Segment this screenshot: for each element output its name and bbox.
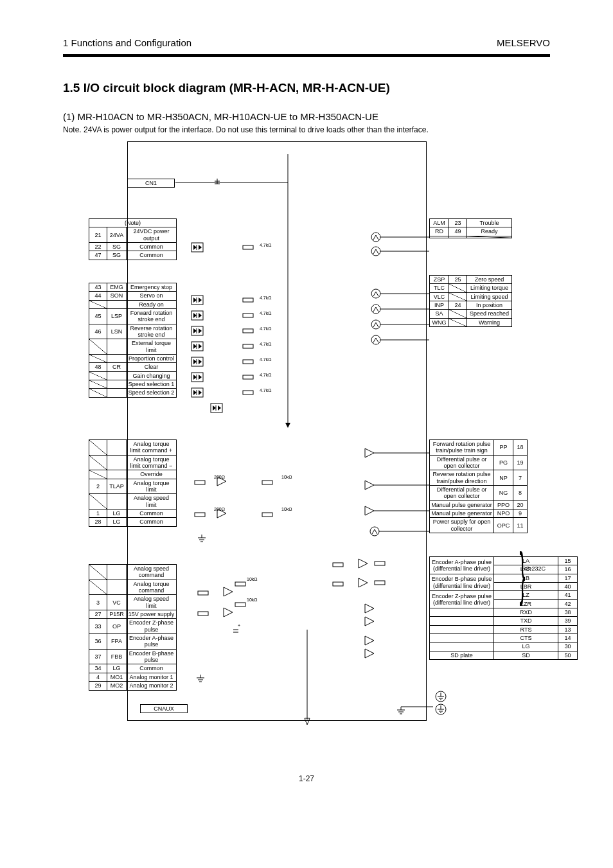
left-table-4: Analog speed command Analog torque comma…	[89, 564, 177, 691]
right-table-4: Encoder A-phase pulse (differential line…	[429, 556, 578, 660]
page-header: 1 Functions and Configuration MELSERVO	[63, 37, 550, 48]
brace-icon: }	[520, 545, 526, 603]
left-table-2: 43EMGEmergency stop 44SONServo on Ready …	[89, 283, 177, 398]
right-table-2: ZSP25Zero speed TLCLimiting torque VLCLi…	[429, 275, 512, 327]
left-table-3: Analog torque limit command + Analog tor…	[89, 439, 177, 527]
rs232-label: RS-232C	[522, 565, 560, 572]
left-table-1: (Note) 2124VA24VDC power output 22SGComm…	[89, 218, 177, 260]
section-title: 1.5 I/O circuit block diagram (MR-H-ACN,…	[63, 81, 390, 95]
right-table-1: ALM23Trouble RD49Ready	[429, 218, 512, 238]
page-number: 1-27	[0, 774, 613, 783]
right-table-3: Forward rotation pulse train/pulse train…	[429, 439, 528, 533]
subtitle: (1) MR-H10ACN to MR-H350ACN, MR-H10ACN-U…	[63, 111, 378, 122]
note-text: Note. 24VA is power output for the inter…	[63, 125, 429, 134]
header-right: MELSERVO	[497, 37, 550, 48]
connector-cn1-label: CN1	[127, 179, 175, 188]
header-left: 1 Functions and Configuration	[63, 37, 191, 48]
header-rule	[63, 54, 550, 57]
connector-cnaux-label: CNAUX	[140, 704, 188, 713]
